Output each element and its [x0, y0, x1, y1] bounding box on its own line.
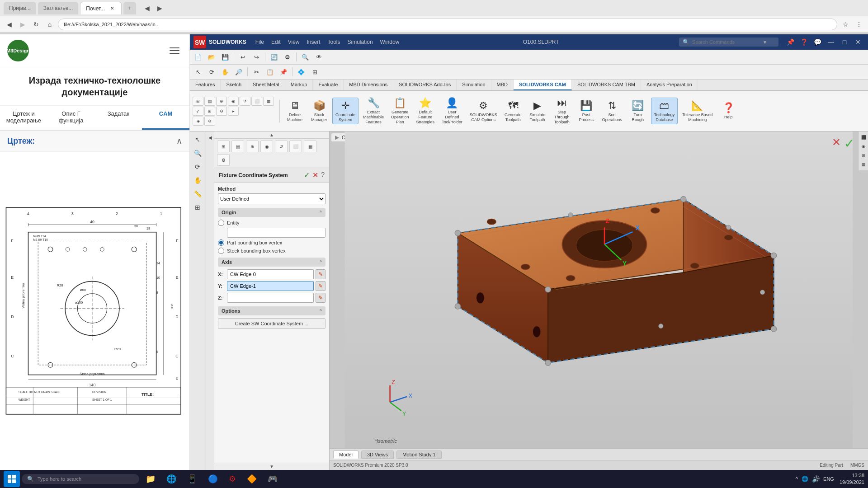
- browser-tab-2[interactable]: Заглавље...: [38, 2, 79, 14]
- z-axis-input[interactable]: [227, 293, 314, 303]
- forward-btn[interactable]: ▶: [17, 19, 28, 30]
- tab-sw-cam[interactable]: SOLIDWORKS CAM: [514, 80, 572, 90]
- mini-btn-4[interactable]: ◉: [228, 97, 239, 106]
- tab-sheetmetal[interactable]: Sheet Metal: [247, 80, 285, 90]
- tool-rotate[interactable]: ⟳: [191, 160, 204, 173]
- hamburger-menu[interactable]: [168, 43, 182, 58]
- nav-item-zadatak[interactable]: Задатак: [95, 106, 142, 130]
- tool-pan[interactable]: ✋: [191, 174, 204, 187]
- tab-sketch[interactable]: Sketch: [221, 80, 247, 90]
- sw-help2-btn[interactable]: 💬: [811, 37, 824, 47]
- scroll-arrow-bottom[interactable]: ▼: [214, 463, 329, 470]
- tab-evaluate[interactable]: Evaluate: [313, 80, 344, 90]
- mini-btn-8[interactable]: ↙: [193, 107, 203, 116]
- create-coord-btn[interactable]: Create SW Coordinate System ...: [218, 318, 326, 329]
- tb-copy-btn[interactable]: 📋: [264, 66, 276, 78]
- tb-select-btn[interactable]: ↖: [192, 66, 204, 78]
- panel-cancel-btn[interactable]: ✕: [312, 171, 318, 179]
- taskbar-search-input[interactable]: [38, 476, 119, 482]
- panel-confirm-btn[interactable]: ✓: [304, 171, 310, 179]
- tab-simulation[interactable]: Simulation: [457, 80, 491, 90]
- ribbon-tech-db[interactable]: 🗃 TechnologyDatabase: [651, 98, 678, 125]
- model-tab[interactable]: Model: [333, 450, 359, 459]
- radio-part-bbox[interactable]: Part bounding box vertex: [218, 239, 326, 246]
- menu-window[interactable]: Window: [377, 37, 403, 47]
- entity-input[interactable]: [227, 228, 326, 238]
- axis-section-header[interactable]: Axis ^: [218, 258, 326, 267]
- radio-entity[interactable]: Entity: [218, 220, 326, 226]
- ribbon-turn-rough[interactable]: 🔄 TurnRough: [627, 98, 649, 124]
- tb-zoom-btn[interactable]: 🔍: [299, 51, 311, 63]
- taskbar-app3[interactable]: 🎮: [263, 471, 282, 487]
- taskbar-chrome[interactable]: 🔵: [203, 471, 222, 487]
- nav-item-opis[interactable]: Опис Г функција: [47, 106, 95, 130]
- z-axis-btn[interactable]: ✎: [316, 293, 326, 303]
- tb-open-btn[interactable]: 📂: [205, 51, 218, 63]
- panel-icon-4[interactable]: ◉: [260, 141, 273, 152]
- sw-pin-btn[interactable]: 📌: [784, 37, 797, 47]
- tool-select[interactable]: ↖: [191, 133, 204, 146]
- lang-label[interactable]: ENG: [823, 476, 834, 482]
- y-axis-btn[interactable]: ✎: [316, 281, 326, 291]
- new-tab-btn[interactable]: +: [123, 2, 136, 14]
- right-btn-1[interactable]: ⬛: [859, 133, 868, 141]
- nav-item-crtez[interactable]: Цртеж и моделирање: [0, 106, 47, 130]
- collapse-btn[interactable]: ◀: [206, 133, 214, 141]
- tb-redo-btn[interactable]: ↪: [250, 51, 263, 63]
- mini-btn-13[interactable]: ⚙: [204, 117, 215, 126]
- sw-maximize-btn[interactable]: □: [838, 37, 851, 47]
- tab-mbd[interactable]: MBD: [491, 80, 514, 90]
- tab-analysis-prep[interactable]: Analysis Preparation: [641, 80, 698, 90]
- ribbon-step-thru[interactable]: ⏭ StepThroughToolpath: [551, 95, 573, 126]
- search-dropdown-icon[interactable]: ▼: [763, 40, 767, 45]
- sw-3d-viewport[interactable]: ▶ O100 (Default<<Default>...): [330, 131, 868, 470]
- ribbon-tbm[interactable]: 📐 Tolerance BasedMachining: [679, 98, 715, 124]
- tb-paste-btn[interactable]: 📌: [277, 66, 290, 78]
- ribbon-post-process[interactable]: 💾 PostProcess: [575, 98, 598, 124]
- tray-icon-1[interactable]: ^: [795, 476, 798, 482]
- menu-file[interactable]: File: [252, 37, 268, 47]
- mini-btn-10[interactable]: ⚙: [216, 107, 227, 116]
- ribbon-user-tool[interactable]: 👤 UserDefinedTool/Holder: [439, 95, 465, 126]
- x-axis-input[interactable]: [227, 269, 314, 279]
- tab-sw-addins[interactable]: SOLIDWORKS Add-Ins: [393, 80, 457, 90]
- mini-btn-2[interactable]: ▤: [204, 97, 215, 106]
- menu-tools[interactable]: Tools: [324, 37, 344, 47]
- sw-minimize-btn[interactable]: —: [825, 37, 837, 47]
- ribbon-simulate[interactable]: ▶ SimulateToolpath: [526, 98, 549, 124]
- 3d-views-tab[interactable]: 3D Views: [361, 450, 394, 459]
- mini-btn-6[interactable]: ⬜: [251, 97, 262, 106]
- tab-close-btn[interactable]: ✕: [108, 5, 116, 12]
- tab-features[interactable]: Features: [190, 80, 221, 90]
- sw-help-btn[interactable]: ❓: [797, 37, 810, 47]
- radio-entity-input[interactable]: [218, 220, 224, 226]
- mini-btn-12[interactable]: ◈: [193, 117, 203, 126]
- right-btn-3[interactable]: ⊞: [859, 151, 868, 160]
- panel-icon-5[interactable]: ↺: [275, 141, 288, 152]
- ribbon-cam-options[interactable]: ⚙ SOLIDWORKSCAM Options: [467, 98, 500, 124]
- scroll-arrow-top[interactable]: ▲: [214, 131, 329, 139]
- mini-btn-3[interactable]: ⊕: [216, 97, 227, 106]
- radio-stock-bbox-input[interactable]: [218, 248, 224, 254]
- taskbar-app1[interactable]: ⚙: [224, 471, 241, 487]
- tb-undo-btn[interactable]: ↩: [236, 51, 249, 63]
- tb-cut-btn[interactable]: ✂: [250, 66, 263, 78]
- tb-display-btn[interactable]: 💠: [295, 66, 307, 78]
- ribbon-gen-op-plan[interactable]: 📋 GenerateOperationPlan: [388, 95, 412, 126]
- ribbon-coordinate-system[interactable]: ✛ CoordinateSystem: [332, 98, 359, 125]
- options-section-header[interactable]: Options ^: [218, 306, 326, 315]
- motion-study-tab[interactable]: Motion Study 1: [396, 450, 441, 459]
- ribbon-gen-toolpath[interactable]: 🗺 GenerateToolpath: [502, 98, 524, 124]
- tb-save-btn[interactable]: 💾: [219, 51, 231, 63]
- bookmark-btn[interactable]: ☆: [840, 19, 851, 30]
- tb-new-btn[interactable]: 📄: [192, 51, 204, 63]
- taskbar-search-box[interactable]: 🔍: [22, 474, 139, 484]
- right-btn-4[interactable]: ▦: [859, 160, 868, 169]
- tb-options-btn[interactable]: ⚙: [281, 51, 294, 63]
- origin-section-header[interactable]: Origin ^: [218, 208, 326, 217]
- panel-help-btn[interactable]: ?: [321, 171, 325, 179]
- sw-search-input[interactable]: [692, 39, 760, 45]
- tab-sw-cam-tbm[interactable]: SOLIDWORKS CAM TBM: [572, 80, 641, 90]
- tab-markup[interactable]: Markup: [285, 80, 313, 90]
- panel-icon-2[interactable]: ▤: [231, 141, 244, 152]
